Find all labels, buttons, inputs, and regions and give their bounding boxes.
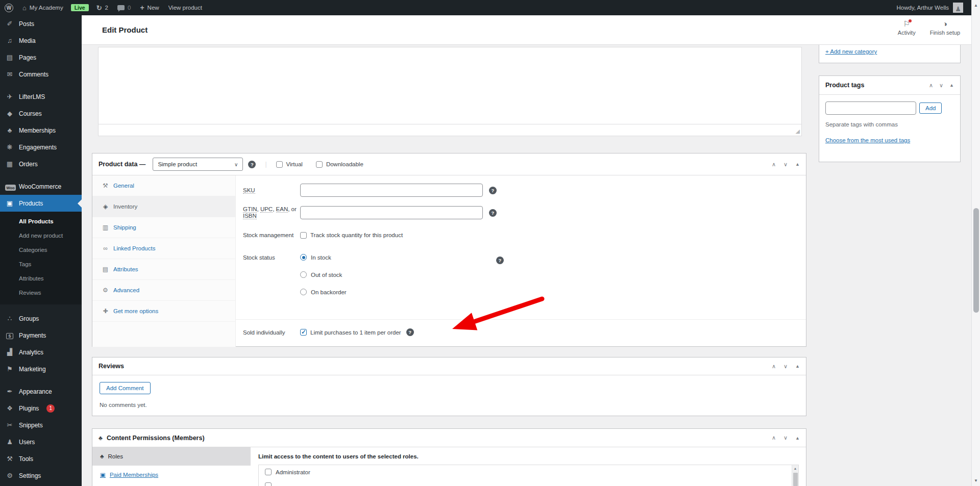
roles-scrollbar[interactable]: ▲: [792, 465, 798, 486]
add-tag-button[interactable]: Add: [919, 103, 942, 114]
sidebar-item-snippets[interactable]: ✂Snippets: [0, 417, 82, 433]
sidebar-item-users[interactable]: ♟Users: [0, 433, 82, 450]
track-stock-checkbox-row[interactable]: Track stock quantity for this product: [300, 232, 403, 239]
scroll-up-icon[interactable]: ▲: [792, 465, 798, 470]
sku-help-icon[interactable]: ?: [489, 187, 497, 194]
sidebar-item-woocommerce[interactable]: WooWooCommerce: [0, 178, 82, 195]
tab-paid-memberships[interactable]: ▣ Paid Memberships: [92, 466, 251, 484]
scrollbar-thumb[interactable]: [793, 473, 798, 486]
tab-linked-products[interactable]: ∞Linked Products: [92, 238, 235, 259]
submenu-tags[interactable]: Tags: [0, 257, 82, 271]
submenu-categories[interactable]: Categories: [0, 243, 82, 257]
move-down-icon[interactable]: ∨: [783, 363, 788, 370]
resize-grip-icon[interactable]: ◢: [796, 128, 800, 135]
activity-button[interactable]: ⚐ Activity: [898, 20, 916, 36]
sidebar-item-marketing[interactable]: ⚑Marketing: [0, 361, 82, 377]
submenu-all-products[interactable]: All Products: [0, 214, 82, 228]
sidebar-item-plugins[interactable]: ❖Plugins1: [0, 400, 82, 417]
toggle-panel-icon[interactable]: ▲: [795, 436, 800, 441]
virtual-checkbox-row[interactable]: Virtual: [276, 161, 303, 168]
submenu-add-new-product[interactable]: Add new product: [0, 228, 82, 243]
new-content-menu[interactable]: + New: [135, 0, 163, 15]
add-comment-button[interactable]: Add Comment: [100, 382, 151, 394]
track-stock-checkbox[interactable]: [300, 232, 307, 239]
stock-status-help-icon[interactable]: ?: [496, 257, 504, 264]
gtin-input[interactable]: [300, 206, 483, 219]
limit-purchases-checkbox-row[interactable]: Limit purchases to 1 item per order: [300, 329, 401, 336]
tab-shipping[interactable]: ▥Shipping: [92, 217, 235, 238]
toggle-panel-icon[interactable]: ▲: [949, 83, 954, 88]
toggle-panel-icon[interactable]: ▲: [795, 162, 800, 167]
move-up-icon[interactable]: ∧: [772, 434, 776, 441]
out-of-stock-radio[interactable]: [300, 271, 307, 278]
site-name-menu[interactable]: ⌂ My Academy: [18, 0, 68, 15]
sidebar-item-payments[interactable]: $Payments: [0, 327, 82, 344]
product-description-editor[interactable]: ◢: [98, 47, 802, 136]
howdy-account-menu[interactable]: Howdy, Arthur Wells: [897, 5, 949, 11]
updates-menu[interactable]: ↻ 2: [92, 0, 113, 15]
move-down-icon[interactable]: ∨: [783, 434, 788, 441]
on-backorder-option[interactable]: On backorder: [300, 289, 347, 295]
move-up-icon[interactable]: ∧: [772, 363, 776, 370]
scroll-up-icon[interactable]: ▲: [972, 3, 980, 8]
sidebar-item-media[interactable]: ♫Media: [0, 32, 82, 49]
move-down-icon[interactable]: ∨: [783, 161, 788, 168]
gtin-help-icon[interactable]: ?: [489, 209, 497, 217]
role-checkbox[interactable]: [265, 482, 272, 486]
product-type-help-icon[interactable]: ?: [248, 161, 256, 168]
sidebar-item-courses[interactable]: ◆Courses: [0, 105, 82, 122]
sidebar-item-pages[interactable]: ▤Pages: [0, 49, 82, 66]
choose-most-used-tags-link[interactable]: Choose from the most used tags: [825, 137, 910, 143]
move-up-icon[interactable]: ∧: [929, 82, 933, 89]
on-backorder-radio[interactable]: [300, 289, 307, 295]
tab-attributes[interactable]: ▤Attributes: [92, 259, 235, 280]
sidebar-item-products[interactable]: ▣Products: [0, 195, 82, 212]
sku-input[interactable]: [300, 184, 483, 197]
sidebar-item-comments[interactable]: ✉Comments: [0, 66, 82, 83]
submenu-attributes[interactable]: Attributes: [0, 271, 82, 286]
add-new-category-link[interactable]: + Add new category: [825, 48, 877, 55]
sidebar-item-tools[interactable]: ⚒Tools: [0, 450, 82, 467]
move-up-icon[interactable]: ∧: [772, 161, 776, 168]
scrollbar-thumb[interactable]: [973, 208, 979, 313]
toggle-panel-icon[interactable]: ▲: [795, 364, 800, 369]
sidebar-item-appearance[interactable]: ✒Appearance: [0, 383, 82, 400]
role-administrator-row[interactable]: Administrator: [259, 465, 798, 479]
avatar[interactable]: ♟: [953, 3, 963, 13]
virtual-checkbox[interactable]: [276, 161, 283, 168]
comments-menu[interactable]: 0: [113, 0, 135, 15]
out-of-stock-option[interactable]: Out of stock: [300, 271, 347, 278]
sidebar-item-memberships[interactable]: ♣Memberships: [0, 122, 82, 139]
window-scrollbar[interactable]: ▲ ▼: [971, 0, 980, 486]
sidebar-item-settings[interactable]: ⚙Settings: [0, 467, 82, 484]
role-row-partial[interactable]: [259, 479, 798, 486]
sidebar-item-analytics[interactable]: ▟Analytics: [0, 344, 82, 361]
administrator-checkbox[interactable]: [265, 469, 272, 475]
tab-advanced[interactable]: ⚙Advanced: [92, 280, 235, 301]
submenu-reviews[interactable]: Reviews: [0, 286, 82, 300]
in-stock-radio[interactable]: [300, 254, 307, 261]
finish-setup-button[interactable]: ◑ Finish setup: [930, 20, 960, 36]
in-stock-option[interactable]: In stock: [300, 254, 347, 261]
downloadable-checkbox[interactable]: [316, 161, 323, 168]
limit-purchases-checkbox[interactable]: [300, 329, 307, 336]
new-tag-input[interactable]: [825, 101, 916, 115]
move-down-icon[interactable]: ∨: [939, 82, 943, 89]
tab-general[interactable]: ⚒General: [92, 175, 235, 196]
scroll-down-icon[interactable]: ▼: [972, 478, 980, 483]
sidebar-item-orders[interactable]: ▦Orders: [0, 156, 82, 172]
view-product-link[interactable]: View product: [164, 0, 207, 15]
downloadable-checkbox-row[interactable]: Downloadable: [316, 161, 363, 168]
tab-get-more-options[interactable]: ✚Get more options: [92, 301, 235, 322]
tab-roles[interactable]: ♣ Roles: [92, 447, 251, 466]
sidebar-item-lifterlms[interactable]: ✈LifterLMS: [0, 88, 82, 105]
tab-inventory[interactable]: ◈Inventory: [92, 196, 235, 217]
wp-logo-menu[interactable]: W: [0, 0, 18, 15]
sidebar-item-groups[interactable]: ∴Groups: [0, 310, 82, 327]
sidebar-item-posts[interactable]: ✐Posts: [0, 15, 82, 32]
roles-tab-label: Roles: [108, 453, 123, 459]
sidebar-item-engagements[interactable]: ❋Engagements: [0, 139, 82, 156]
woocommerce-icon: Woo: [5, 183, 14, 190]
product-type-select[interactable]: Simple product ∨: [153, 158, 243, 171]
sold-individually-help-icon[interactable]: ?: [406, 328, 414, 336]
